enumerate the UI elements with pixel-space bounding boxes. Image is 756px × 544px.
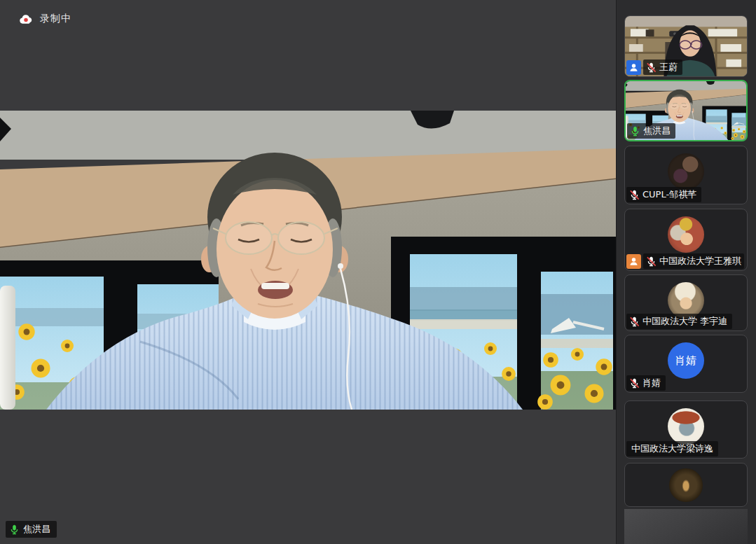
speaker-scene <box>0 111 616 410</box>
participant-tile-zouqiqian[interactable]: CUPL-邹祺芊 <box>624 146 748 204</box>
mic-on-icon <box>630 126 640 137</box>
avatar <box>668 153 704 190</box>
avatar <box>668 408 704 445</box>
participant-name: 肖婧 <box>642 377 661 389</box>
mic-muted-icon <box>646 62 657 73</box>
participant-tile-unnamed[interactable] <box>624 463 748 507</box>
participant-name: 中国政法大学王雅琪 <box>659 255 741 267</box>
participant-name: 中国政法大学梁诗逸 <box>631 442 713 455</box>
avatar-text: 肖婧 <box>675 354 697 368</box>
participant-name-chip: 肖婧 <box>626 375 666 391</box>
participant-tile-liangshiyi[interactable]: 中国政法大学梁诗逸 <box>624 400 748 459</box>
participant-name-chip: 中国政法大学梁诗逸 <box>626 441 718 456</box>
badge-orange <box>626 254 641 269</box>
participant-name-chip: 王蔚 <box>643 60 682 75</box>
participant-name-chip: CUPL-邹祺芊 <box>626 187 701 202</box>
user-icon <box>628 256 639 267</box>
participant-tile-wangwei[interactable]: 王蔚 <box>624 15 748 77</box>
main-speaker-name: 焦洪昌 <box>23 523 50 536</box>
avatar <box>669 468 703 502</box>
participant-name-chip: 中国政法大学 李宇迪 <box>626 314 732 329</box>
recording-indicator: 录制中 <box>18 13 71 25</box>
mic-muted-icon <box>629 316 640 327</box>
main-speaker-name-chip: 焦洪昌 <box>6 521 57 538</box>
participant-name-chip: 焦洪昌 <box>627 123 675 139</box>
cloud-record-icon <box>18 14 34 25</box>
participant-name: 中国政法大学 李宇迪 <box>642 315 727 328</box>
avatar-initials: 肖婧 <box>668 342 704 379</box>
avatar <box>668 216 704 253</box>
participant-tile-xiaojing[interactable]: 肖婧 肖婧 <box>624 335 748 393</box>
participant-tile-wangyaqi[interactable]: 中国政法大学王雅琪 <box>624 209 748 271</box>
participants-sidebar: 王蔚 焦洪昌 CUPL-邹祺芊 <box>616 0 756 544</box>
host-badge-blue <box>626 60 641 75</box>
mic-on-icon <box>9 524 20 535</box>
mic-muted-icon <box>629 190 640 200</box>
user-icon <box>628 62 639 73</box>
meeting-window: 录制中 焦洪昌 王蔚 焦洪昌 <box>0 0 756 544</box>
main-stage: 录制中 焦洪昌 <box>0 0 616 544</box>
sidebar-empty-area <box>624 509 748 544</box>
main-speaker-video[interactable] <box>0 111 616 410</box>
participant-tile-liyudi[interactable]: 中国政法大学 李宇迪 <box>624 274 748 331</box>
participant-name: 王蔚 <box>659 61 678 74</box>
participant-name: 焦洪昌 <box>643 125 671 137</box>
participant-name: CUPL-邹祺芊 <box>642 188 696 201</box>
mic-muted-icon <box>629 378 640 389</box>
mic-muted-icon <box>646 256 657 267</box>
participant-name-chip: 中国政法大学王雅琪 <box>643 253 744 269</box>
recording-label: 录制中 <box>40 13 71 25</box>
participant-tile-jiaohongchang-active[interactable]: 焦洪昌 <box>624 80 748 141</box>
